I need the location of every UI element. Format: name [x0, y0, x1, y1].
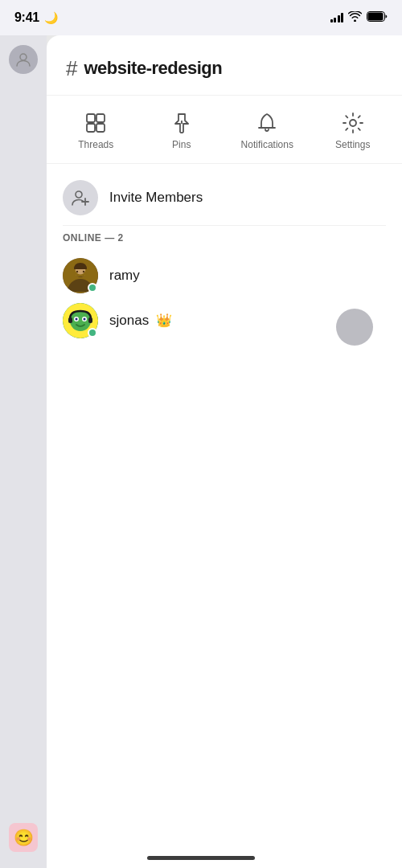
- threads-icon: [84, 112, 107, 134]
- channel-title: # website-redesign: [66, 58, 383, 79]
- svg-rect-1: [368, 13, 384, 21]
- tab-pins-label: Pins: [172, 139, 191, 150]
- pin-icon: [170, 112, 193, 134]
- member-avatar-wrap-sjonas: [63, 303, 98, 338]
- tab-threads-label: Threads: [78, 139, 113, 150]
- member-name-sjonas: sjonas 👑: [109, 313, 172, 329]
- tab-pins[interactable]: Pins: [139, 105, 225, 157]
- bell-icon: [256, 112, 278, 134]
- status-time: 9:41: [14, 10, 39, 24]
- svg-rect-5: [87, 124, 95, 132]
- main-layout: 😊 # website-redesign: [0, 35, 402, 868]
- svg-point-2: [20, 54, 27, 60]
- svg-point-26: [76, 318, 78, 321]
- online-header: ONLINE — 2: [63, 232, 386, 244]
- member-row-ramy[interactable]: ramy: [63, 253, 386, 298]
- battery-icon: [367, 10, 388, 25]
- online-dot-ramy: [88, 283, 97, 293]
- member-avatar-wrap-ramy: [63, 258, 98, 293]
- svg-point-27: [84, 318, 86, 321]
- status-time-area: 9:41 🌙: [14, 10, 58, 25]
- invite-members-row[interactable]: Invite Members: [63, 180, 386, 215]
- invite-section: Invite Members: [47, 164, 402, 225]
- tab-settings[interactable]: Settings: [310, 105, 396, 157]
- invite-label: Invite Members: [109, 190, 203, 206]
- svg-rect-29: [88, 317, 92, 323]
- invite-avatar: [63, 180, 98, 215]
- signal-icon: [330, 13, 344, 23]
- channel-hash: #: [66, 58, 77, 79]
- tab-notifications-label: Notifications: [241, 139, 293, 150]
- online-dot-sjonas: [88, 328, 97, 338]
- svg-point-14: [76, 191, 82, 198]
- sidebar-avatar-top[interactable]: [9, 45, 38, 74]
- tab-threads[interactable]: Threads: [53, 105, 139, 157]
- add-user-icon: [72, 189, 89, 207]
- channel-name: website-redesign: [84, 58, 222, 79]
- svg-point-20: [83, 271, 84, 272]
- gear-icon: [342, 112, 364, 134]
- svg-rect-4: [96, 114, 105, 122]
- crown-icon: 👑: [152, 313, 171, 327]
- status-bar: 9:41 🌙: [0, 0, 402, 35]
- svg-rect-3: [87, 114, 95, 122]
- moon-icon: 🌙: [44, 11, 58, 24]
- svg-point-19: [76, 271, 78, 272]
- user-icon: [15, 51, 31, 68]
- channel-header: # website-redesign: [47, 35, 402, 96]
- wifi-icon: [348, 10, 362, 25]
- svg-rect-6: [96, 124, 105, 132]
- home-indicator: [147, 856, 255, 860]
- tab-settings-label: Settings: [335, 139, 370, 150]
- sidebar: 😊: [0, 35, 47, 868]
- status-icons: [330, 10, 388, 25]
- content-panel: # website-redesign: [47, 35, 402, 868]
- member-name-ramy: ramy: [109, 268, 140, 284]
- tab-bar: Threads Pins: [47, 96, 402, 164]
- svg-point-13: [350, 120, 356, 126]
- scroll-handle[interactable]: [336, 309, 373, 346]
- svg-rect-28: [68, 317, 72, 323]
- sidebar-avatar-bottom[interactable]: 😊: [9, 823, 38, 852]
- tab-notifications[interactable]: Notifications: [224, 105, 310, 157]
- user-avatar-emoji: 😊: [9, 823, 38, 852]
